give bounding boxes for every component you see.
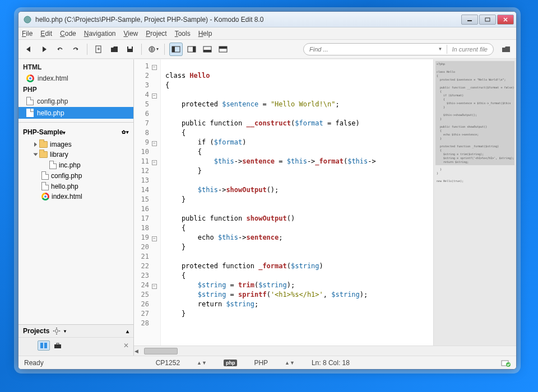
tree-node[interactable]: config.php <box>25 170 131 181</box>
file-icon <box>26 109 34 117</box>
menu-edit[interactable]: Edit <box>40 30 52 38</box>
svg-point-28 <box>506 362 511 367</box>
expander-icon[interactable] <box>34 142 37 147</box>
tree-node[interactable]: inc.php <box>25 160 131 170</box>
file-icon <box>41 182 49 190</box>
svg-rect-23 <box>40 343 43 348</box>
fold-toggle[interactable]: − <box>152 236 157 241</box>
new-file-button[interactable]: + <box>92 43 105 56</box>
menu-help[interactable]: Help <box>198 30 212 38</box>
node-label: images <box>50 141 72 148</box>
window-title: hello.php (C:\Projects\PHP-Sample, Proje… <box>35 16 460 24</box>
node-label: index.html <box>52 193 82 200</box>
toolbox-tab-icon[interactable] <box>53 342 62 349</box>
svg-rect-24 <box>44 343 47 348</box>
editor: 1234567891011121314151617181920212223242… <box>134 59 516 356</box>
menubar: FileEditCodeNavigationViewProjectToolsHe… <box>18 27 516 40</box>
svg-rect-15 <box>203 50 211 52</box>
menu-file[interactable]: File <box>22 30 33 38</box>
tree-node[interactable]: images <box>25 139 131 150</box>
maximize-button[interactable] <box>479 15 496 25</box>
open-files-pane: HTMLindex.htmlPHPconfig.phphello.phpPHP-… <box>18 59 133 324</box>
scrollbar-thumb[interactable] <box>144 348 178 354</box>
lang-selector-icon[interactable]: ▲▼ <box>285 360 295 366</box>
panel-right-button[interactable] <box>185 43 198 56</box>
collapse-icon[interactable]: ▴ <box>126 328 129 334</box>
svg-rect-8 <box>128 46 132 49</box>
menu-tools[interactable]: Tools <box>175 30 191 38</box>
files-tab-icon[interactable] <box>38 340 50 351</box>
find-box[interactable]: ▼ In current file <box>303 43 494 55</box>
item-label: index.html <box>38 74 68 82</box>
menu-project[interactable]: Project <box>146 30 166 38</box>
node-label: inc.php <box>59 161 81 169</box>
close-button[interactable] <box>497 15 514 25</box>
item-label: config.php <box>37 97 68 105</box>
minimize-button[interactable] <box>461 15 478 25</box>
group-header: HTML <box>18 62 133 73</box>
menu-code[interactable]: Code <box>60 30 76 38</box>
folder-icon <box>39 151 48 158</box>
open-file-item[interactable]: index.html <box>18 73 133 84</box>
status-language[interactable]: PHP <box>254 359 268 367</box>
tree-node[interactable]: library <box>25 150 131 160</box>
file-icon <box>41 171 49 180</box>
open-file-button[interactable] <box>108 43 121 56</box>
status-ready: Ready <box>24 359 44 367</box>
fold-toggle[interactable]: − <box>152 94 157 99</box>
menu-view[interactable]: View <box>123 30 138 38</box>
menu-navigation[interactable]: Navigation <box>84 30 116 38</box>
open-folder-button[interactable] <box>499 43 513 56</box>
panel-top-button[interactable] <box>216 43 230 56</box>
projects-pane: Projects ▾ ▴ ✕ <box>18 324 133 356</box>
window-controls <box>460 15 514 25</box>
open-file-item[interactable]: hello.php <box>18 107 133 119</box>
project-header[interactable]: PHP-Sample▾✿▾ <box>18 126 133 138</box>
save-button[interactable] <box>123 43 137 56</box>
encoding-selector-icon[interactable]: ▲▼ <box>197 360 207 366</box>
status-position[interactable]: Ln: 8 Col: 18 <box>312 359 350 367</box>
sync-icon[interactable] <box>500 359 511 367</box>
code-view[interactable]: class Hello{ protected $sentence = "Hell… <box>161 59 433 346</box>
node-label: library <box>50 151 68 158</box>
expander-icon[interactable] <box>34 153 38 156</box>
forward-button[interactable] <box>38 43 51 56</box>
gear-icon[interactable] <box>53 327 61 335</box>
svg-point-0 <box>24 16 31 23</box>
app-icon <box>23 15 32 24</box>
fold-column[interactable]: −−−−−− <box>152 59 160 328</box>
panel-left-button[interactable] <box>169 43 183 56</box>
close-panel-icon[interactable]: ✕ <box>123 342 129 349</box>
back-button[interactable] <box>22 43 35 56</box>
projects-label: Projects <box>23 327 49 335</box>
fold-toggle[interactable]: − <box>152 160 157 165</box>
status-encoding[interactable]: CP1252 <box>156 359 180 367</box>
find-scope[interactable]: In current file <box>452 46 488 53</box>
titlebar[interactable]: hello.php (C:\Projects\PHP-Sample, Proje… <box>18 12 516 27</box>
gear-icon[interactable]: ✿▾ <box>122 129 129 135</box>
svg-rect-2 <box>485 18 490 21</box>
undo-button[interactable] <box>53 43 67 56</box>
tree-node[interactable]: hello.php <box>25 181 131 192</box>
find-input[interactable] <box>309 46 438 53</box>
group-header: PHP <box>18 84 133 95</box>
sidebar: HTMLindex.htmlPHPconfig.phphello.phpPHP-… <box>18 59 134 356</box>
node-label: config.php <box>51 172 82 180</box>
fold-toggle[interactable]: − <box>152 65 157 70</box>
svg-point-18 <box>55 329 58 332</box>
horizontal-scrollbar[interactable]: ◀ <box>134 346 516 356</box>
fold-toggle[interactable]: − <box>152 141 157 146</box>
redo-button[interactable] <box>69 43 82 56</box>
minimap[interactable]: <?php class Hello { protected $sentence … <box>433 59 516 346</box>
panel-bottom-button[interactable] <box>201 43 214 56</box>
item-label: hello.php <box>37 109 64 117</box>
node-label: hello.php <box>51 183 78 190</box>
globe-button[interactable]: ▾ <box>146 43 160 56</box>
svg-text:+: + <box>97 46 100 52</box>
tree-node[interactable]: index.html <box>25 192 131 202</box>
svg-rect-17 <box>219 46 227 49</box>
file-icon <box>26 97 34 105</box>
fold-toggle[interactable]: − <box>152 284 157 289</box>
file-icon <box>49 161 57 169</box>
open-file-item[interactable]: config.php <box>18 95 133 107</box>
